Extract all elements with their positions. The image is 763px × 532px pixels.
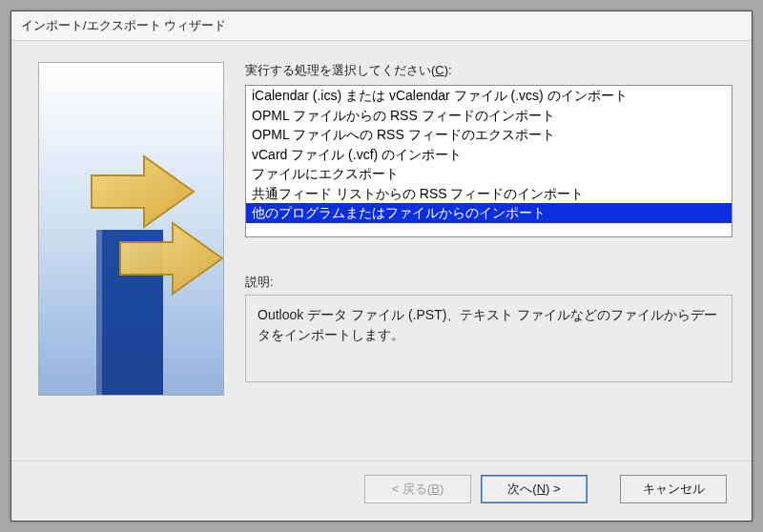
list-item[interactable]: vCard ファイル (.vcf) のインポート [246, 145, 732, 165]
button-gap [597, 475, 610, 503]
prompt-text-pre: 実行する処理を選択してください( [245, 63, 435, 77]
next-button-pre: 次へ( [507, 481, 536, 496]
list-item[interactable]: OPML ファイルへの RSS フィードのエクスポート [246, 125, 732, 145]
dialog-title: インポート/エクスポート ウィザード [11, 11, 752, 41]
next-button-post: ) > [546, 481, 561, 496]
list-item[interactable]: iCalendar (.ics) または vCalendar ファイル (.vc… [246, 86, 732, 106]
list-item[interactable]: ファイルにエクスポート [246, 164, 732, 184]
dialog-upper: 実行する処理を選択してください(C): iCalendar (.ics) または… [11, 41, 752, 460]
import-export-wizard-dialog: インポート/エクスポート ウィザード [10, 10, 753, 522]
description-box: Outlook データ ファイル (.PST)、テキスト ファイルなどのファイル… [245, 295, 732, 382]
action-prompt-label: 実行する処理を選択してください(C): [245, 62, 732, 79]
dialog-button-row: < 戻る(B) 次へ(N) > キャンセル [11, 460, 752, 521]
description-label: 説明: [245, 274, 732, 291]
list-item[interactable]: OPML ファイルからの RSS フィードのインポート [246, 106, 732, 126]
cancel-button[interactable]: キャンセル [620, 475, 727, 503]
back-button-post: ) [440, 481, 443, 496]
arrow-icon [115, 215, 224, 301]
list-item[interactable]: 他のプログラムまたはファイルからのインポート [246, 203, 732, 223]
prompt-text-post: ): [444, 63, 452, 77]
action-listbox[interactable]: iCalendar (.ics) または vCalendar ファイル (.vc… [245, 85, 732, 237]
list-item[interactable]: 共通フィード リストからの RSS フィードのインポート [246, 184, 732, 204]
wizard-decorative-image [38, 62, 224, 396]
next-button[interactable]: 次へ(N) > [481, 475, 588, 503]
prompt-accelerator: C [435, 63, 443, 77]
next-button-accel: N [537, 481, 546, 496]
svg-marker-1 [120, 223, 222, 294]
back-button-accel: B [431, 481, 440, 496]
back-button: < 戻る(B) [364, 475, 471, 503]
back-button-pre: < 戻る( [392, 481, 432, 496]
wizard-right-pane: 実行する処理を選択してください(C): iCalendar (.ics) または… [245, 62, 732, 451]
dialog-content: 実行する処理を選択してください(C): iCalendar (.ics) または… [11, 41, 752, 521]
